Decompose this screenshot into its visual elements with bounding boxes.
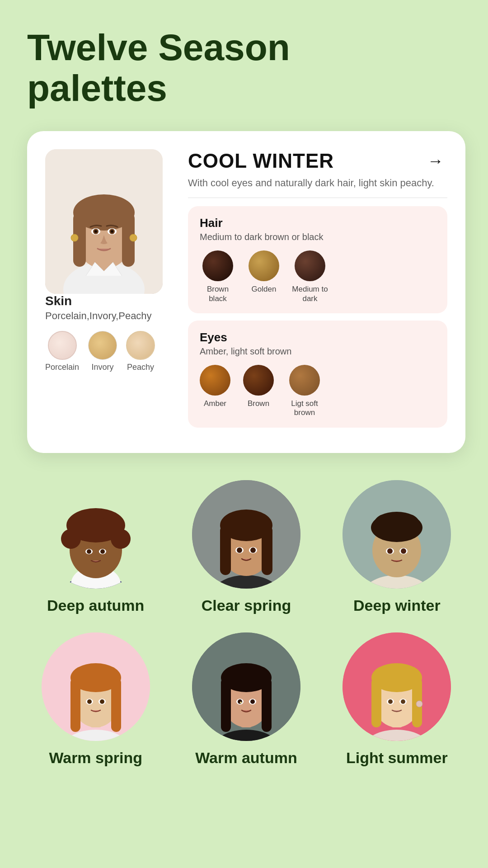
hair-subtitle: Medium to dark brown or black [200,232,436,242]
avatar-deep-winter [343,480,451,589]
avatar-light-summer [343,632,451,741]
season-name-light-summer: Light summer [346,749,448,767]
eye-swatch-label-3: Ligt soft brown [286,399,323,418]
season-desc: With cool eyes and naturally dark hair, … [188,176,447,190]
card-left: Skin Porcelain,Invory,Peachy Porcelain I… [45,149,172,434]
eye-swatch-circle-1 [200,365,230,396]
season-grid: Deep autumn [27,480,465,767]
eyes-attribute-box: Eyes Amber, light soft brown Amber Brown… [188,321,447,428]
skin-swatches: Porcelain Invory Peachy [45,331,155,372]
card-right: COOL WINTER → With cool eyes and natural… [188,149,447,434]
swatch-ivory: Invory [88,331,117,372]
season-item-warm-spring[interactable]: Warm spring [27,632,164,767]
svg-rect-57 [111,678,121,732]
swatch-label-porcelain: Porcelain [45,363,79,372]
svg-rect-36 [262,525,272,575]
svg-point-59 [87,699,92,704]
eye-swatch-label-2: Brown [248,399,269,408]
svg-point-25 [87,514,105,532]
divider [188,198,447,198]
swatch-peachy: Peachy [126,331,155,372]
eyes-title: Eyes [200,330,436,344]
svg-point-38 [237,547,242,553]
hair-swatch-circle-3 [295,250,325,281]
svg-point-23 [70,521,86,537]
page-container: Twelve Season palettes [0,0,488,868]
svg-point-13 [71,234,78,241]
svg-point-9 [94,230,97,233]
svg-point-50 [401,548,406,554]
avatar-deep-autumn [42,480,150,589]
svg-point-82 [388,699,393,704]
skin-label: Skin [45,294,72,308]
avatar-clear-spring [192,480,300,589]
svg-point-48 [387,548,393,554]
season-card: Skin Porcelain,Invory,Peachy Porcelain I… [27,131,465,453]
svg-point-72 [250,699,255,704]
season-item-clear-spring[interactable]: Clear spring [178,480,314,614]
svg-rect-67 [221,678,231,732]
svg-point-24 [106,521,122,537]
hair-swatches: Brown black Golden Medium to dark [200,250,436,303]
hair-title: Hair [200,216,436,230]
eye-swatch-circle-2 [243,365,274,396]
svg-point-12 [111,230,113,233]
person-photo [45,149,163,294]
hair-swatch-circle-2 [249,250,279,281]
season-item-warm-autumn[interactable]: Warm autumn [178,632,314,767]
hair-swatch-circle-1 [202,250,233,281]
avatar-warm-spring [42,632,150,741]
svg-point-46 [374,512,419,534]
eyes-swatches: Amber Brown Ligt soft brown [200,365,436,418]
eyes-subtitle: Amber, light soft brown [200,346,436,357]
svg-point-85 [416,701,422,707]
hair-swatch-label-2: Golden [252,285,277,294]
swatch-circle-ivory [88,331,117,360]
hair-attribute-box: Hair Medium to dark brown or black Brown… [188,206,447,313]
svg-rect-68 [262,678,272,732]
svg-point-61 [100,699,104,704]
svg-rect-56 [70,678,80,732]
hair-swatch-golden: Golden [249,250,279,303]
svg-rect-35 [220,525,231,575]
season-title: COOL WINTER [188,150,334,172]
hair-swatch-brown-black: Brown black [200,250,236,303]
swatch-porcelain: Porcelain [45,331,79,372]
season-name-deep-winter: Deep winter [353,597,441,614]
season-item-deep-autumn[interactable]: Deep autumn [27,480,164,614]
svg-point-70 [238,699,242,704]
eye-swatch-label-1: Amber [204,399,226,408]
eye-swatch-light-soft-brown: Ligt soft brown [286,365,323,418]
eye-swatch-circle-3 [289,365,320,396]
season-arrow-button[interactable]: → [424,149,447,173]
page-title: Twelve Season palettes [27,27,465,108]
season-name-clear-spring: Clear spring [202,597,291,614]
svg-rect-79 [371,678,381,727]
season-name-warm-spring: Warm spring [49,749,142,767]
avatar-warm-autumn [192,632,300,741]
swatch-label-ivory: Invory [92,363,114,372]
svg-point-14 [130,234,137,241]
skin-sublabel: Porcelain,Invory,Peachy [45,310,152,322]
season-name-warm-autumn: Warm autumn [195,749,297,767]
swatch-label-peachy: Peachy [127,363,154,372]
season-header: COOL WINTER → [188,149,447,173]
season-item-light-summer[interactable]: Light summer [328,632,465,767]
swatch-circle-peachy [126,331,155,360]
hair-swatch-medium-dark: Medium to dark [292,250,328,303]
hair-swatch-label-1: Brown black [200,285,236,303]
season-item-deep-winter[interactable]: Deep winter [328,480,465,614]
svg-point-40 [250,547,256,553]
svg-point-29 [100,549,105,554]
svg-point-84 [401,699,405,704]
season-name-deep-autumn: Deep autumn [47,597,144,614]
eye-swatch-amber: Amber [200,365,230,418]
hair-swatch-label-3: Medium to dark [292,285,328,303]
svg-point-27 [87,549,91,554]
eye-swatch-brown: Brown [243,365,274,418]
svg-point-73 [240,702,242,703]
swatch-circle-porcelain [48,331,77,360]
